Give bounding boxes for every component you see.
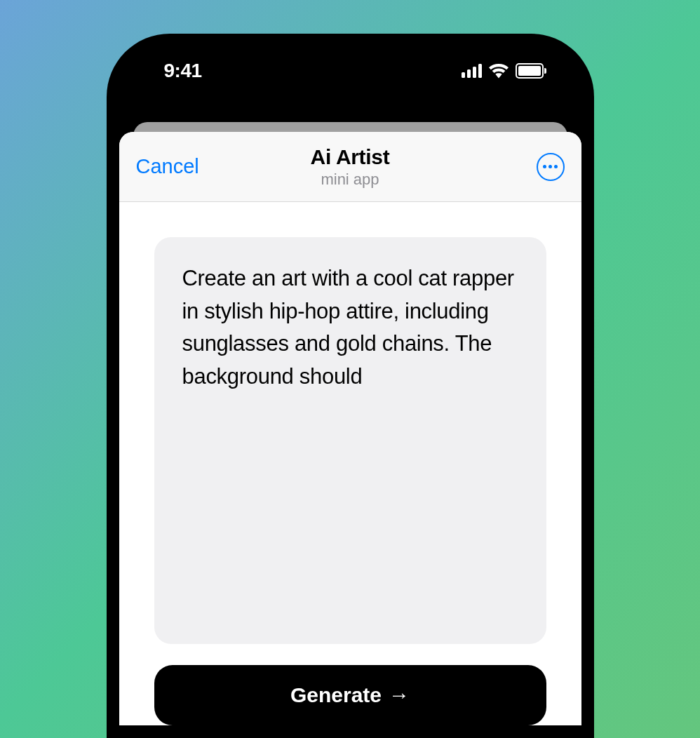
status-icons xyxy=(462,63,546,79)
sheet-title: Ai Artist xyxy=(213,145,487,169)
status-bar: 9:41 xyxy=(119,46,581,95)
status-time: 9:41 xyxy=(164,60,202,82)
header-title-group: Ai Artist mini app xyxy=(213,145,487,189)
battery-icon xyxy=(516,63,546,79)
wifi-icon xyxy=(489,63,509,79)
cellular-icon xyxy=(462,64,482,78)
phone-frame: 9:41 xyxy=(107,34,594,738)
sheet-body: Generate → xyxy=(119,202,581,725)
phone-screen: 9:41 xyxy=(119,46,581,725)
generate-label: Generate xyxy=(290,683,382,707)
sheet-header: Cancel Ai Artist mini app xyxy=(119,132,581,202)
sheet-subtitle: mini app xyxy=(213,170,487,189)
cancel-button[interactable]: Cancel xyxy=(136,155,213,178)
arrow-right-icon: → xyxy=(389,683,410,707)
generate-button[interactable]: Generate → xyxy=(154,665,546,725)
more-options-button[interactable] xyxy=(537,153,565,181)
more-icon xyxy=(543,165,558,168)
prompt-input[interactable] xyxy=(154,237,546,644)
modal-sheet: Cancel Ai Artist mini app xyxy=(119,132,581,725)
